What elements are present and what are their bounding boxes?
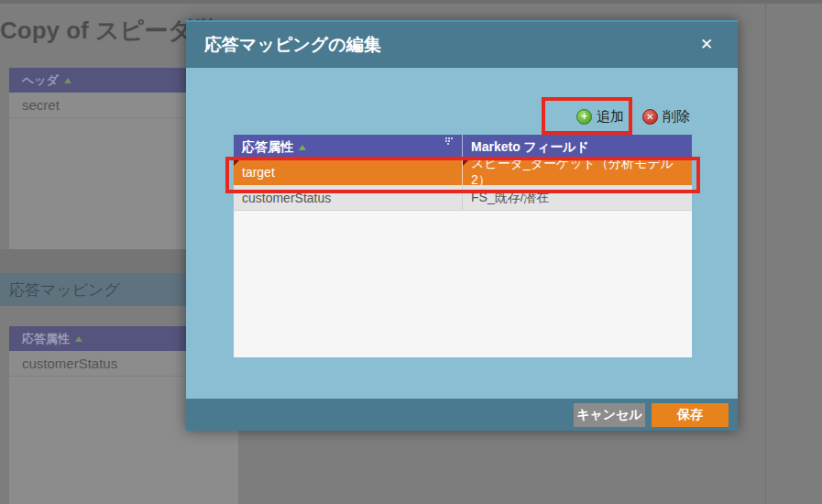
- dialog-title: 応答マッピングの編集: [204, 33, 381, 57]
- column-header-attr-label: 応答属性: [242, 139, 293, 156]
- save-button-label: 保存: [677, 407, 703, 423]
- response-mapping-grid: 応答属性 Marketo フィールド target スピーダ_ターゲット（分析モ…: [234, 135, 692, 357]
- cell-field-value: スピーダ_ターゲット（分析モデル2）: [471, 156, 692, 189]
- sort-asc-icon: [75, 336, 82, 342]
- add-button[interactable]: + 追加: [576, 108, 624, 126]
- grid-toolbar: + 追加 ✕ 削除: [234, 99, 692, 135]
- cell-field[interactable]: FS_既存/潜在: [463, 185, 692, 210]
- grid-row-target[interactable]: target スピーダ_ターゲット（分析モデル2）: [234, 159, 692, 185]
- column-header-marketo-field-label: Marketo フィールド: [471, 139, 589, 156]
- header-table-row-label: secret: [22, 97, 60, 113]
- sort-asc-icon: [299, 145, 306, 150]
- cancel-button[interactable]: キャンセル: [574, 403, 645, 427]
- close-icon[interactable]: ✕: [696, 34, 718, 56]
- cell-field-value: FS_既存/潜在: [471, 190, 550, 206]
- save-button[interactable]: 保存: [652, 403, 729, 427]
- grid-row-customer-status[interactable]: customerStatus FS_既存/潜在: [234, 185, 692, 211]
- screen: Copy of スピーダ厳 ヘッダ secret 応答マッピング 応答属性 cu…: [0, 0, 822, 504]
- dialog-header: 応答マッピングの編集 ✕: [186, 22, 738, 68]
- cell-attr[interactable]: customerStatus: [234, 185, 463, 210]
- delete-button[interactable]: ✕ 削除: [642, 108, 690, 126]
- cell-attr-value: customerStatus: [242, 191, 331, 205]
- cell-field[interactable]: スピーダ_ターゲット（分析モデル2）: [463, 159, 692, 185]
- dialog-footer: キャンセル 保存: [186, 399, 738, 431]
- delete-icon: ✕: [642, 109, 658, 125]
- cell-attr[interactable]: target: [234, 159, 463, 185]
- add-icon: +: [576, 109, 592, 125]
- top-bar: [0, 0, 822, 4]
- background-panel-edge: [765, 0, 766, 504]
- header-table-head-label: ヘッダ: [22, 72, 59, 89]
- column-resize-grip-icon[interactable]: [445, 137, 453, 145]
- delete-button-label: 削除: [663, 108, 690, 126]
- column-header-attr[interactable]: 応答属性: [234, 135, 463, 159]
- sort-asc-icon: [64, 78, 71, 83]
- mapping-table-head-label: 応答属性: [22, 331, 70, 347]
- section-title-label: 応答マッピング: [9, 279, 120, 301]
- cancel-button-label: キャンセル: [576, 407, 642, 423]
- edit-response-mapping-dialog: 応答マッピングの編集 ✕ + 追加 ✕ 削除 応答属性 Marketo: [186, 20, 738, 431]
- add-button-label: 追加: [597, 108, 624, 126]
- dirty-cell-icon: [234, 159, 240, 166]
- mapping-table-row-label: customerStatus: [22, 356, 117, 371]
- cell-attr-value: target: [242, 165, 275, 180]
- dirty-cell-icon: [463, 159, 469, 166]
